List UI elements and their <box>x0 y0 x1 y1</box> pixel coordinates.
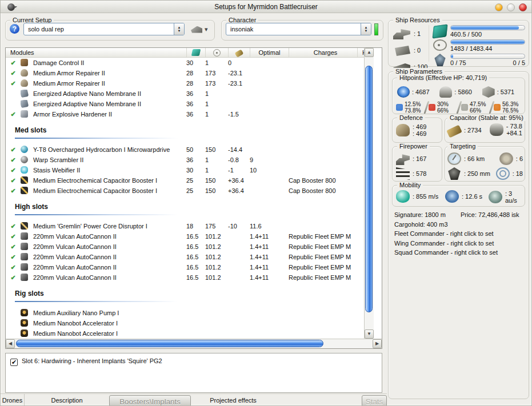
module-row[interactable]: Medium Nanobot Accelerator I <box>6 328 364 339</box>
setup-select[interactable]: solo dual rep ▲▼ <box>23 23 185 35</box>
close-button[interactable] <box>519 3 527 11</box>
character-spinner[interactable]: ▲▼ <box>361 23 371 35</box>
module-row[interactable]: ✔220mm Vulcan AutoCannon II16.5101.21.4+… <box>6 231 364 242</box>
module-name: Medium Electrochemical Capacitor Booster… <box>33 177 186 184</box>
module-row[interactable]: ✔Medium Armor Repairer II28173-23.1 <box>6 68 364 78</box>
capacitor-amount: : 2734 <box>464 127 482 134</box>
module-row[interactable]: Energized Adaptive Nano Membrane II361 <box>6 89 364 99</box>
mobility-label: Mobility <box>397 182 423 188</box>
tab-stats[interactable]: Stats <box>362 395 387 406</box>
tab-projected-effects[interactable]: Projected effects <box>191 394 275 406</box>
dronebay-usage: 0 / 75 <box>450 59 466 66</box>
hitpoints-label: Hitpoints (Effective HP: 40,719) <box>397 74 489 81</box>
tab-boosters-implants[interactable]: Boosters\Implants <box>109 395 191 406</box>
module-cpu: 25 <box>186 177 205 184</box>
column-charges[interactable]: Charges <box>289 48 357 57</box>
nano-membrane-icon <box>21 90 33 98</box>
firepower-label: Firepower <box>397 143 430 150</box>
module-name: Energized Adaptive Nano Membrane II <box>33 90 186 97</box>
capacitor-icon <box>446 125 462 138</box>
module-row[interactable]: ✔Stasis Webifier II301-110 <box>6 165 364 175</box>
module-row[interactable]: ✔220mm Vulcan AutoCannon II16.5101.21.4+… <box>6 242 364 252</box>
setup-spinner[interactable]: ▲▼ <box>174 23 184 35</box>
module-powergrid: 150 <box>205 177 228 184</box>
modules-header[interactable]: Modules Optimal Charges Heat <box>6 48 364 58</box>
column-powergrid-icon[interactable] <box>205 48 228 57</box>
title-bar[interactable]: Setups for Myrmidon Battlecruiser <box>1 1 531 13</box>
module-cpu: 25 <box>186 187 205 194</box>
module-row[interactable]: ✔220mm Vulcan AutoCannon II16.5101.21.4+… <box>6 272 364 283</box>
scroll-down-button[interactable]: ▼ <box>365 329 374 339</box>
module-row[interactable]: ✔Medium Armor Repairer II28173-23.1 <box>6 78 364 89</box>
module-row[interactable]: ✔220mm Vulcan AutoCannon II16.5101.21.4+… <box>6 262 364 272</box>
info-text: Fleet Commander - right click to set <box>394 229 494 239</box>
column-capacitor-icon[interactable] <box>228 48 250 57</box>
module-row[interactable]: ✔Y-T8 Overcharged Hydrocarbon I Microwar… <box>6 144 364 155</box>
module-row[interactable]: ✔Damage Control II3010 <box>6 58 364 68</box>
maximize-button[interactable] <box>507 3 515 11</box>
max-targets-icon <box>499 152 513 165</box>
module-row[interactable]: ✔Warp Scrambler II361-0.89 <box>6 155 364 165</box>
column-cpu-icon[interactable] <box>186 48 205 57</box>
module-row[interactable]: Medium Nanobot Accelerator I <box>6 318 364 328</box>
module-row[interactable]: ✔220mm Vulcan AutoCannon II16.5101.21.4+… <box>6 252 364 262</box>
structure-icon <box>482 86 495 98</box>
minimize-button[interactable] <box>495 3 503 11</box>
info-line: Fleet Commander - right click to set <box>394 229 526 239</box>
app-icon[interactable] <box>7 3 15 11</box>
ship-menu-button[interactable]: ▾ <box>191 26 208 33</box>
info-line: Cargohold: 400 m3 <box>394 220 526 230</box>
armor-repairer-icon <box>21 79 33 88</box>
volley-icon <box>396 167 410 180</box>
column-modules[interactable]: Modules <box>6 48 186 57</box>
cpu-bar <box>450 25 525 30</box>
fitted-check-icon: ✔ <box>6 223 21 230</box>
max-velocity-icon <box>396 190 410 203</box>
tab-drones[interactable]: Drones <box>1 394 25 406</box>
help-icon[interactable]: ? <box>10 24 19 34</box>
section-underline <box>15 138 178 139</box>
module-row[interactable]: Energized Adaptive Nano Membrane II361 <box>6 99 364 109</box>
warp-speed-icon <box>489 191 502 203</box>
module-optimal: 11.6 <box>250 223 289 230</box>
implant-checkbox[interactable]: ✔ <box>10 359 18 366</box>
module-optimal: 1.4+11 <box>250 274 289 281</box>
module-row[interactable]: ✔Medium 'Gremlin' Power Core Disruptor I… <box>6 221 364 231</box>
scroll-left-button[interactable]: ◀ <box>6 339 15 348</box>
module-name: 220mm Vulcan AutoCannon II <box>33 243 186 250</box>
module-name: 220mm Vulcan AutoCannon II <box>33 264 186 271</box>
defence-value-1: : 469 <box>413 123 426 130</box>
column-heat[interactable]: Heat <box>357 48 364 57</box>
module-row[interactable]: ✔Medium Electrochemical Capacitor Booste… <box>6 175 364 186</box>
info-text: Wing Commander - right click to set <box>394 239 494 248</box>
horizontal-scroll-thumb[interactable] <box>16 340 323 347</box>
tab-description[interactable]: Description <box>25 394 109 406</box>
module-powergrid: 101.2 <box>205 243 228 250</box>
defence-label: Defence <box>397 114 425 121</box>
module-optimal: 9 <box>250 156 289 163</box>
setup-value: solo dual rep <box>24 26 174 33</box>
horizontal-scrollbar[interactable]: ◀ ▶ <box>6 339 382 348</box>
module-row[interactable]: ✔Armor Explosive Hardener II361-1.5 <box>6 109 364 119</box>
module-powergrid: 101.2 <box>205 254 228 260</box>
vertical-scroll-thumb[interactable] <box>365 66 373 312</box>
character-select[interactable]: insoniak ▲▼ <box>226 23 371 35</box>
module-powergrid: 1 <box>205 90 228 97</box>
scroll-right-button[interactable]: ▶ <box>373 339 382 348</box>
nano-membrane-icon <box>21 100 33 108</box>
turret-dps-icon <box>396 152 410 165</box>
scroll-up-button[interactable]: ▲ <box>365 48 374 57</box>
info-line: Squad Commander - right click to set <box>394 248 526 258</box>
module-row[interactable]: Medium Auxiliary Nano Pump I <box>6 308 364 318</box>
kinetic-resist-shield: 47.5% <box>470 101 486 107</box>
module-charges: Republic Fleet EMP M <box>289 264 357 271</box>
max-velocity: : 855 m/s <box>413 193 438 200</box>
column-optimal[interactable]: Optimal <box>250 48 289 57</box>
kinetic-resist-armor: 66% <box>470 107 486 114</box>
module-row[interactable]: ✔Medium Electrochemical Capacitor Booste… <box>6 186 364 196</box>
vertical-scrollbar[interactable]: ▲ ▼ <box>364 48 374 339</box>
slot-section-header: Rig slots <box>6 290 364 301</box>
em-resist-armor: 73.8% <box>405 107 421 114</box>
modules-table: Modules Optimal Charges Heat ✔Damage Con… <box>5 47 382 349</box>
targeting-group: Targeting : 66 km : 6 : 250 mm : 18 <box>445 146 525 182</box>
